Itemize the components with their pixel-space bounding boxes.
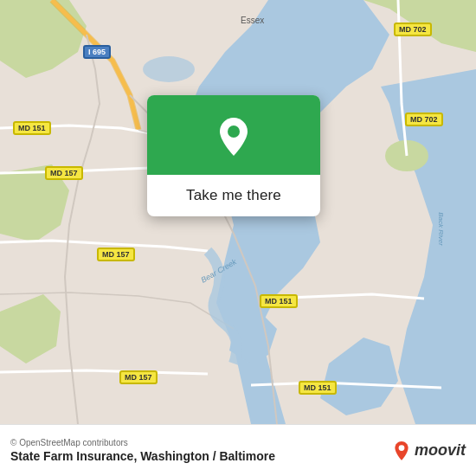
road-badge-md157-2: MD 157 [97,248,135,261]
copyright-text: © OpenStreetMap contributors [10,438,387,447]
road-badge-md151-2: MD 151 [260,294,298,308]
svg-point-5 [143,56,195,82]
road-badge-md151-1: MD 151 [13,121,51,135]
popup-card: Take me there [147,95,320,216]
bottom-bar: © OpenStreetMap contributors State Farm … [0,424,476,476]
popup-green-header [147,95,320,175]
location-name: State Farm Insurance, Washington / Balti… [10,449,387,463]
road-badge-md157-1: MD 157 [45,166,83,180]
road-badge-md702-2: MD 702 [405,113,443,126]
svg-point-12 [399,445,405,451]
road-badge-md157-3: MD 157 [119,370,158,384]
road-badge-md151-3: MD 151 [299,381,337,395]
moovit-pin-icon [392,441,411,460]
location-pin-icon [211,114,256,159]
svg-point-11 [228,125,240,138]
road-badge-md702-1: MD 702 [394,23,432,36]
road-badge-i695: I 695 [83,45,111,59]
map-container: I 695 MD 151 MD 151 MD 151 MD 157 MD 157… [0,0,476,424]
moovit-logo: moovit [392,441,466,460]
moovit-text: moovit [415,441,466,460]
take-me-there-button[interactable]: Take me there [186,175,281,216]
